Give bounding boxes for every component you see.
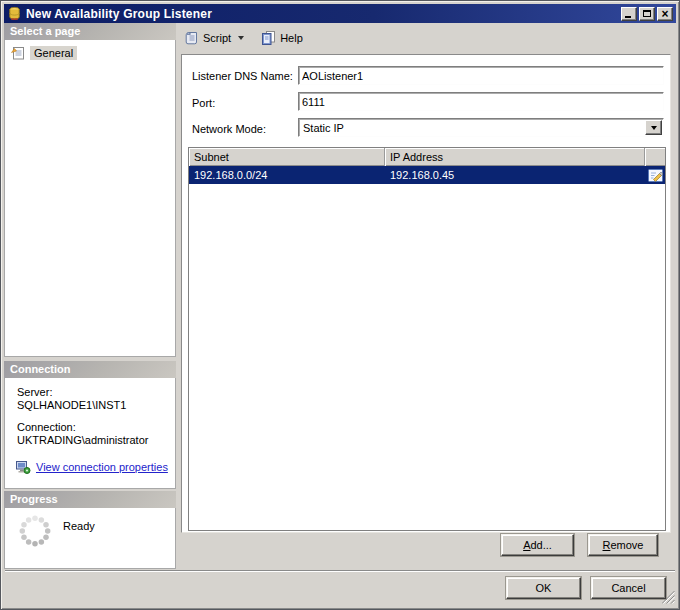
- listener-dns-name-input[interactable]: [298, 66, 664, 85]
- port-label: Port:: [192, 97, 215, 109]
- help-button[interactable]: Help: [256, 28, 307, 48]
- close-button[interactable]: ×: [657, 7, 673, 21]
- edit-row-icon[interactable]: [648, 169, 663, 182]
- network-mode-label: Network Mode:: [192, 123, 266, 135]
- script-button[interactable]: Script: [179, 28, 248, 48]
- remove-button[interactable]: Remove: [588, 534, 658, 556]
- title-bar[interactable]: New Availability Group Listener ×: [4, 4, 676, 23]
- footer-divider: [5, 570, 675, 572]
- column-header-ip-address: IP Address: [385, 148, 645, 166]
- column-header-actions: [645, 148, 665, 166]
- chevron-down-icon: [651, 126, 657, 130]
- select-page-header: Select a page: [4, 23, 176, 40]
- script-button-label: Script: [203, 32, 231, 44]
- dialog-window: New Availability Group Listener × Select…: [0, 0, 680, 610]
- help-button-label: Help: [280, 32, 303, 44]
- table-row[interactable]: 192.168.0.0/24 192.168.0.45: [189, 166, 665, 184]
- sidebar-item-label: General: [30, 46, 77, 60]
- resize-grip[interactable]: [662, 591, 675, 604]
- sidebar-item-general[interactable]: General: [10, 45, 175, 61]
- ip-address-cell: 192.168.0.45: [385, 169, 645, 181]
- toolbar: Script Help: [179, 26, 673, 50]
- port-input[interactable]: [298, 92, 664, 111]
- network-mode-value: Static IP: [299, 122, 645, 134]
- general-page-icon: [10, 45, 26, 61]
- script-dropdown-arrow-icon[interactable]: [238, 36, 244, 40]
- view-connection-properties-link[interactable]: View connection properties: [36, 461, 168, 473]
- progress-status: Ready: [63, 520, 95, 532]
- general-page-content: Listener DNS Name: Port: Network Mode: S…: [181, 54, 671, 533]
- progress-spinner-icon: [17, 513, 53, 549]
- close-icon: ×: [661, 9, 668, 19]
- ok-button[interactable]: OK: [506, 577, 581, 599]
- dns-name-label: Listener DNS Name:: [192, 70, 293, 82]
- maximize-icon: [643, 10, 651, 17]
- connection-properties-icon: [15, 459, 31, 475]
- server-value: SQLHANODE1\INST1: [17, 399, 175, 412]
- connection-label: Connection:: [17, 421, 175, 434]
- add-button[interactable]: Add...: [501, 534, 574, 556]
- connection-panel: Server: SQLHANODE1\INST1 Connection: UKT…: [4, 378, 176, 489]
- cancel-button[interactable]: Cancel: [591, 577, 666, 599]
- connection-header: Connection: [4, 361, 176, 378]
- database-window-icon: [7, 6, 22, 21]
- window-title: New Availability Group Listener: [26, 7, 212, 21]
- progress-header: Progress: [4, 491, 176, 508]
- script-icon: [183, 30, 199, 46]
- subnet-cell: 192.168.0.0/24: [189, 169, 385, 181]
- column-header-subnet: Subnet: [189, 148, 385, 166]
- progress-panel: Ready: [4, 508, 176, 569]
- minimize-icon: [625, 16, 631, 18]
- network-mode-dropdown-button[interactable]: [645, 120, 662, 135]
- help-icon: [260, 30, 276, 46]
- page-list-panel: General: [4, 40, 176, 357]
- maximize-button[interactable]: [639, 7, 655, 21]
- server-label: Server:: [17, 386, 175, 399]
- grid-header: Subnet IP Address: [189, 148, 665, 166]
- network-mode-select[interactable]: Static IP: [298, 118, 664, 137]
- connection-value: UKTRADING\administrator: [17, 434, 175, 447]
- ip-address-grid: Subnet IP Address 192.168.0.0/24 192.168…: [188, 147, 666, 531]
- minimize-button[interactable]: [621, 7, 637, 21]
